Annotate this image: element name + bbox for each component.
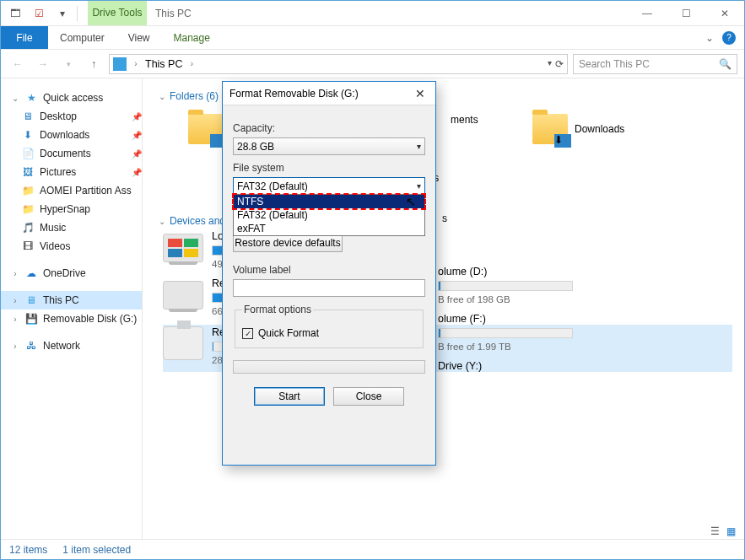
nav-network[interactable]: ›🖧Network — [1, 337, 142, 355]
desktop-icon: 🖥 — [21, 110, 35, 123]
breadcrumb[interactable]: This PC — [145, 58, 182, 70]
filesystem-dropdown: NTFS ↖ FAT32 (Default) exFAT — [233, 194, 425, 236]
status-bar: 12 items 1 item selected — [1, 539, 744, 559]
format-options-legend: Format options — [242, 304, 313, 315]
nav-documents[interactable]: 📄Documents📌 — [1, 144, 142, 163]
view-mode-icons: ☰ ▦ — [710, 525, 736, 537]
title-bar: 🗔 ☑ ▾ Drive Tools This PC — ☐ ✕ — [1, 1, 744, 26]
recent-locations-button[interactable]: ▾ — [58, 54, 78, 74]
nav-removable-disk[interactable]: ›💾Removable Disk (G:) — [1, 310, 142, 328]
minimize-button[interactable]: — — [628, 1, 667, 25]
details-view-icon[interactable]: ☰ — [710, 525, 720, 537]
properties-qat-icon[interactable]: ☑ — [30, 4, 48, 23]
ribbon: File Computer View Manage ⌄ ? — [1, 26, 744, 50]
tab-manage[interactable]: Manage — [161, 26, 221, 49]
music-icon: 🎵 — [21, 221, 35, 234]
status-item-count: 12 items — [9, 544, 47, 556]
tab-computer[interactable]: Computer — [48, 26, 116, 49]
nav-downloads[interactable]: ⬇Downloads📌 — [1, 126, 142, 144]
nav-this-pc[interactable]: ›🖥This PC — [1, 291, 142, 310]
nav-videos[interactable]: 🎞Videos — [1, 237, 142, 256]
format-options-group: Format options ✓ Quick Format — [235, 304, 424, 348]
nav-quick-access[interactable]: ⌄★ Quick access — [1, 89, 142, 107]
close-button-dialog[interactable]: Close — [333, 387, 404, 406]
folder-downloads[interactable]: ⬇ Downloads — [532, 110, 693, 148]
dialog-titlebar[interactable]: Format Removable Disk (G:) ✕ — [223, 82, 435, 105]
volume-label-label: Volume label — [233, 264, 425, 276]
nav-desktop[interactable]: 🖥Desktop📌 — [1, 107, 142, 126]
window-controls: — ☐ ✕ — [628, 1, 744, 25]
chevron-down-icon: ▾ — [417, 142, 421, 151]
downloads-icon: ⬇ — [21, 128, 35, 142]
file-menu[interactable]: File — [1, 26, 48, 49]
capacity-combo[interactable]: 28.8 GB▾ — [233, 137, 425, 155]
address-bar[interactable]: › This PC › ▾ ⟳ — [109, 54, 568, 74]
this-pc-icon: 🖥 — [24, 293, 38, 307]
help-icon[interactable]: ? — [722, 31, 736, 45]
star-icon: ★ — [24, 91, 38, 105]
fs-option-fat32[interactable]: FAT32 (Default) — [234, 208, 424, 222]
folder-icon: 📁 — [21, 184, 35, 197]
drive-icon — [163, 281, 203, 310]
videos-icon: 🎞 — [21, 240, 35, 253]
address-row: ← → ▾ ↑ › This PC › ▾ ⟳ Search This PC 🔍 — [1, 50, 744, 78]
navigation-pane: ⌄★ Quick access 🖥Desktop📌 ⬇Downloads📌 📄D… — [1, 78, 143, 539]
drive-local-f[interactable]: olume (F:) B free of 1.99 TB — [438, 313, 607, 360]
drive-local-d[interactable]: olume (D:) B free of 198 GB — [438, 266, 607, 313]
contextual-tab-drive-tools: Drive Tools — [88, 1, 147, 25]
checkbox-icon: ✓ — [242, 328, 253, 339]
drive-cd-y[interactable]: Drive (Y:) — [438, 360, 607, 407]
network-icon: 🖧 — [24, 339, 38, 353]
search-icon: 🔍 — [719, 58, 732, 70]
nav-music[interactable]: 🎵Music — [1, 218, 142, 237]
partial-documents-label: ments — [451, 114, 478, 126]
fs-option-exfat[interactable]: exFAT — [234, 222, 424, 235]
up-button[interactable]: ↑ — [84, 54, 104, 74]
status-selected-count: 1 item selected — [62, 544, 131, 556]
app-icon: 🗔 — [6, 4, 24, 23]
usb-drive-icon — [163, 326, 203, 360]
nav-hypersnap[interactable]: 📁HyperSnap — [1, 200, 142, 218]
close-button[interactable]: ✕ — [705, 1, 744, 25]
restore-defaults-button[interactable]: Restore device defaults — [233, 234, 343, 252]
start-button[interactable]: Start — [254, 387, 325, 406]
address-dropdown-icon[interactable]: ▾ — [548, 58, 552, 70]
quick-access-toolbar: 🗔 ☑ ▾ — [1, 1, 83, 25]
tab-view[interactable]: View — [116, 26, 162, 49]
capacity-label: Capacity: — [233, 122, 425, 134]
volume-label-input[interactable] — [233, 279, 425, 297]
tiles-view-icon[interactable]: ▦ — [726, 525, 736, 537]
back-button[interactable]: ← — [8, 54, 28, 74]
refresh-icon[interactable]: ⟳ — [555, 58, 564, 70]
window-title: This PC — [147, 1, 628, 25]
this-pc-icon — [113, 57, 127, 71]
drive-icon — [163, 234, 203, 262]
ribbon-collapse-icon[interactable]: ⌄ — [705, 32, 714, 44]
quick-format-checkbox[interactable]: ✓ Quick Format — [242, 327, 416, 339]
partial-videos-s: s — [442, 213, 447, 224]
folder-icon: 📁 — [21, 202, 35, 216]
chevron-down-icon: ▾ — [417, 181, 421, 191]
usb-icon: 💾 — [24, 312, 38, 326]
format-dialog: Format Removable Disk (G:) ✕ Capacity: 2… — [222, 81, 436, 466]
dialog-title: Format Removable Disk (G:) — [229, 88, 359, 100]
maximize-button[interactable]: ☐ — [667, 1, 705, 25]
dialog-close-icon[interactable]: ✕ — [412, 87, 429, 100]
filesystem-label: File system — [233, 162, 425, 174]
fs-option-ntfs[interactable]: NTFS — [234, 195, 424, 208]
documents-icon: 📄 — [21, 147, 35, 160]
nav-onedrive[interactable]: ›☁OneDrive — [1, 264, 142, 283]
new-folder-qat-icon[interactable]: ▾ — [53, 4, 72, 23]
nav-aomei[interactable]: 📁AOMEI Partition Ass — [1, 181, 142, 200]
format-progress — [233, 360, 425, 374]
filesystem-combo[interactable]: FAT32 (Default)▾ — [233, 177, 425, 195]
forward-button: → — [33, 54, 53, 74]
pictures-icon: 🖼 — [21, 165, 35, 179]
nav-pictures[interactable]: 🖼Pictures📌 — [1, 163, 142, 181]
search-input[interactable]: Search This PC 🔍 — [573, 54, 737, 74]
onedrive-icon: ☁ — [24, 267, 38, 280]
